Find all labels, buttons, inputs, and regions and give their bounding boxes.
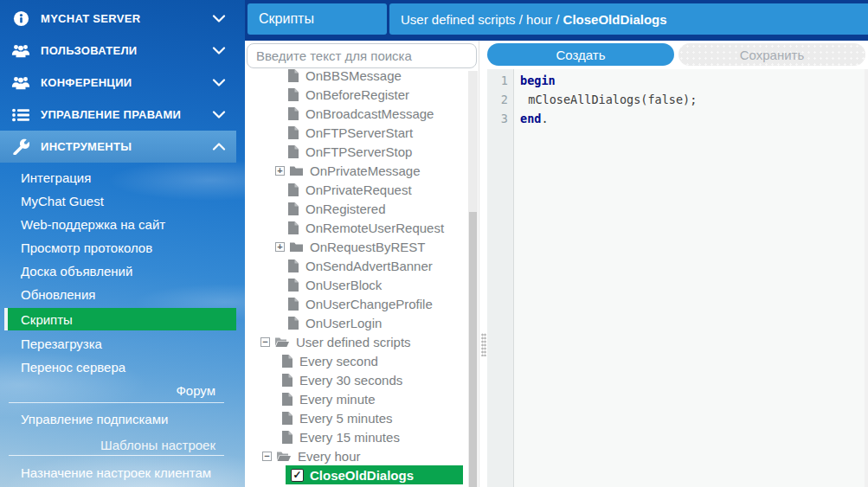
tree-item[interactable]: OnBroadcastMessage bbox=[245, 104, 468, 123]
tree-item[interactable]: OnPrivateRequest bbox=[245, 180, 468, 199]
subscriptions-management-link[interactable]: Управление подписками bbox=[0, 403, 236, 434]
minus-box-icon[interactable] bbox=[260, 337, 270, 347]
tree-item[interactable]: OnBeforeRegister bbox=[245, 85, 468, 104]
tree-folder-open[interactable]: Every hour bbox=[245, 446, 468, 465]
forum-link-label: Форум bbox=[176, 383, 215, 398]
tree-item[interactable]: OnFTPServerStop bbox=[245, 142, 468, 161]
breadcrumb-path: User defined scripts / hour / bbox=[401, 12, 563, 27]
editor-toolbar: Создать Сохранить bbox=[487, 43, 865, 66]
document-icon bbox=[288, 317, 299, 330]
document-icon bbox=[288, 107, 299, 120]
tree-item-label: OnSendAdvertBanner bbox=[305, 259, 433, 273]
create-button[interactable]: Создать bbox=[487, 43, 674, 66]
forum-link[interactable]: Форум bbox=[0, 379, 236, 402]
menu-item-label: MYCHAT SERVER bbox=[41, 12, 212, 25]
submenu-item-bulletin-board[interactable]: Доска объявлений bbox=[0, 260, 236, 283]
tree-item-label: Every hour bbox=[298, 449, 361, 464]
tree-item[interactable]: Every minute bbox=[245, 389, 468, 408]
code-line: 2 mCloseAllDialogs(false); bbox=[487, 90, 868, 109]
document-icon bbox=[288, 69, 299, 82]
menu-item-label: КОНФЕРЕНЦИИ bbox=[41, 76, 212, 89]
tree-item-label: OnBeforeRegister bbox=[305, 87, 409, 102]
tree-item[interactable]: OnUserBlock bbox=[245, 275, 468, 294]
tree-item[interactable]: OnSendAdvertBanner bbox=[245, 256, 468, 275]
tree-item-label: OnUserBlock bbox=[305, 278, 382, 292]
menu-item-tools[interactable]: ИНСТРУМЕНТЫ bbox=[0, 131, 236, 163]
checkbox-checked-icon[interactable] bbox=[291, 469, 304, 482]
code-keyword: begin bbox=[514, 74, 556, 87]
document-icon bbox=[282, 431, 293, 444]
tree-item-label: OnFTPServerStart bbox=[305, 125, 413, 140]
wrench-icon bbox=[10, 138, 31, 155]
line-number: 2 bbox=[487, 93, 514, 106]
page-header: Скрипты User defined scripts / hour / Cl… bbox=[245, 0, 868, 41]
tree-item-label: OnPrivateMessage bbox=[310, 163, 421, 178]
tree-vertical-scrollbar[interactable] bbox=[468, 71, 478, 487]
submenu-item-scripts-selected[interactable]: Скрипты bbox=[4, 308, 236, 330]
tree-item-selected[interactable]: CloseOldDialogs bbox=[286, 465, 463, 484]
tree-item[interactable]: Every 5 minutes bbox=[245, 408, 468, 427]
client-settings-assignment-link[interactable]: Назначение настроек клиентам bbox=[0, 456, 236, 487]
link-label: Шаблоны настроек bbox=[100, 438, 215, 452]
editor-vertical-scrollbar[interactable] bbox=[865, 69, 868, 487]
list-icon bbox=[10, 108, 31, 122]
submenu-item-mychat-guest[interactable]: MyChat Guest bbox=[0, 189, 236, 213]
tree-folder[interactable]: OnRequestByREST bbox=[245, 237, 468, 256]
tree-item[interactable]: Every 30 seconds bbox=[245, 370, 468, 389]
menu-item-mychat-server[interactable]: MYCHAT SERVER bbox=[0, 3, 236, 35]
plus-box-icon[interactable] bbox=[275, 242, 285, 252]
submenu-item-restart[interactable]: Перезагрузка bbox=[0, 332, 236, 356]
menu-item-conferences[interactable]: КОНФЕРЕНЦИИ bbox=[0, 67, 236, 99]
tree-item-label: CloseOldDialogs bbox=[310, 468, 414, 483]
tree-item-label: OnRequestByREST bbox=[310, 240, 425, 254]
tree-item-label: OnRemoteUserRequest bbox=[305, 221, 444, 235]
tree-item[interactable]: OnUserLogin bbox=[245, 313, 468, 332]
info-icon bbox=[10, 10, 31, 27]
menu-item-label: ПОЛЬЗОВАТЕЛИ bbox=[41, 44, 212, 57]
submenu-item-integration[interactable]: Интеграция bbox=[0, 166, 236, 189]
splitter-grip-icon[interactable] bbox=[481, 333, 486, 356]
plus-box-icon[interactable] bbox=[275, 166, 285, 176]
tree-item[interactable]: OnUserChangeProfile bbox=[245, 294, 468, 313]
users-icon bbox=[10, 74, 31, 91]
menu-item-label: ИНСТРУМЕНТЫ bbox=[41, 140, 212, 153]
tree-item-label: OnPrivateRequest bbox=[305, 183, 412, 197]
tree-item[interactable]: OnBBSMessage bbox=[245, 66, 468, 85]
breadcrumb-current: CloseOldDialogs bbox=[563, 12, 667, 27]
document-icon bbox=[288, 183, 299, 196]
document-icon bbox=[288, 298, 299, 311]
menu-item-label: УПРАВЛЕНИЕ ПРАВАМИ bbox=[41, 108, 212, 121]
minus-box-icon[interactable] bbox=[262, 452, 272, 461]
tree-item[interactable]: OnRegistered bbox=[245, 199, 468, 218]
tree-item[interactable]: OnFTPServerStart bbox=[245, 123, 468, 142]
submenu-item-label: MyChat Guest bbox=[21, 194, 104, 208]
tree-item-label: Every 5 minutes bbox=[299, 411, 393, 426]
menu-item-rights-management[interactable]: УПРАВЛЕНИЕ ПРАВАМИ bbox=[0, 99, 236, 131]
link-label: Управление подписками bbox=[21, 412, 168, 426]
code-text: mCloseAllDialogs(false); bbox=[514, 93, 697, 106]
settings-templates-link[interactable]: Шаблоны настроек bbox=[0, 434, 236, 455]
page-title: Скрипты bbox=[259, 11, 314, 27]
tree-folder-open[interactable]: User defined scripts bbox=[245, 332, 468, 351]
submenu-item-web-support[interactable]: Web-поддержка на сайт bbox=[0, 213, 236, 236]
tree-item[interactable]: Every 15 minutes bbox=[245, 427, 468, 446]
document-icon bbox=[288, 221, 299, 234]
folder-closed-icon bbox=[290, 241, 303, 252]
submenu-item-updates[interactable]: Обновления bbox=[0, 283, 236, 306]
search-input[interactable] bbox=[247, 43, 477, 68]
tree-item[interactable]: Every second bbox=[245, 351, 468, 370]
tree-item[interactable]: OnRemoteUserRequest bbox=[245, 218, 468, 237]
document-icon bbox=[288, 202, 299, 215]
submenu-item-protocols[interactable]: Просмотр протоколов bbox=[0, 236, 236, 260]
chevron-down-icon bbox=[212, 46, 226, 55]
document-icon bbox=[282, 374, 293, 387]
code-editor[interactable]: 1 begin 2 mCloseAllDialogs(false); 3 end… bbox=[487, 69, 868, 487]
tree-item-label: OnUserChangeProfile bbox=[305, 297, 433, 311]
scrollbar-thumb[interactable] bbox=[469, 212, 477, 487]
save-button[interactable]: Сохранить bbox=[678, 43, 865, 66]
submenu-item-label: Web-поддержка на сайт bbox=[21, 217, 165, 232]
tree-folder[interactable]: OnPrivateMessage bbox=[245, 161, 468, 180]
submenu-item-server-transfer[interactable]: Перенос сервера bbox=[0, 356, 236, 379]
menu-item-users[interactable]: ПОЛЬЗОВАТЕЛИ bbox=[0, 35, 236, 67]
scripts-tree-panel: OnBBSMessage OnBeforeRegister OnBroadcas… bbox=[245, 41, 479, 487]
